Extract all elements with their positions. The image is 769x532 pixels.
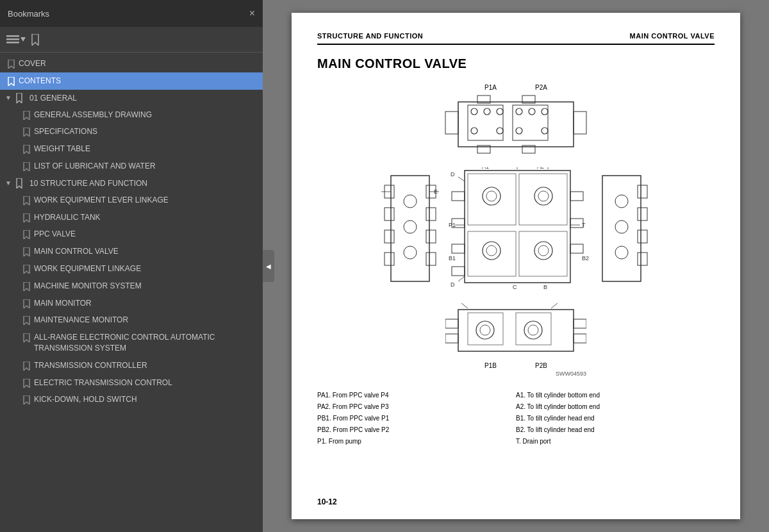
item-label-cover: COVER [19,58,258,69]
svg-rect-81 [638,253,647,265]
bookmark-item-cover[interactable]: COVER [0,55,263,72]
svg-point-12 [542,108,548,115]
svg-point-45 [486,191,497,201]
top-valve-diagram: P1A P2A [439,84,593,156]
svg-text:E: E [434,188,438,195]
page-number: 10-12 [317,497,337,506]
svg-text:A: A [457,303,461,304]
bookmark-icon [23,379,30,388]
bookmark-item-work-equip-lever[interactable]: WORK EQUIPMENT LEVER LINKAGE [0,192,263,209]
right-valve-svg [599,169,650,291]
valve-diagrams: P1A P2A [317,84,715,377]
svg-text:A2: A2 [537,167,544,170]
bookmark-icon [23,111,30,120]
svg-point-11 [529,108,535,115]
svg-rect-52 [452,192,465,201]
legend-left-item: PA1. From PPC valve P4 [317,390,516,401]
svg-text:C: C [513,284,517,290]
svg-rect-57 [570,244,583,253]
bookmark-icon [23,282,30,291]
svg-line-94 [551,303,558,308]
svg-rect-79 [638,208,647,220]
bookmark-item-general-assembly[interactable]: GENERAL ASSEMBLY DRAWING [0,106,263,124]
svg-text:T: T [582,222,586,228]
item-label-ppc-valve: PPC VALVE [34,229,258,240]
document-header: STRUCTURE AND FUNCTION MAIN CONTROL VALV… [317,32,715,45]
bookmark-item-all-range[interactable]: ALL-RANGE ELECTRONIC CONTROL AUTOMATIC T… [0,329,263,357]
item-label-contents: CONTENTS [19,76,258,87]
item-label-weight-table: WEIGHT TABLE [34,144,258,154]
bookmark-item-lubricant[interactable]: LIST OF LUBRICANT AND WATER [0,158,263,175]
svg-rect-56 [452,244,465,253]
svg-point-82 [615,195,628,208]
bookmark-icon [23,333,30,342]
svg-point-46 [534,187,552,205]
item-label-lubricant: LIST OF LUBRICANT AND WATER [34,161,258,172]
center-valve-svg: C B D A1 A2 P1 T B1 [449,167,590,292]
svg-text:A1: A1 [482,167,489,170]
bookmark-icon [23,128,30,137]
svg-rect-97 [574,319,586,328]
label-p1a: P1A [484,84,497,91]
svg-point-49 [486,245,497,256]
bookmark-item-work-equip-linkage[interactable]: WORK EQUIPMENT LINKAGE [0,260,263,278]
bookmark-item-transmission-ctrl[interactable]: TRANSMISSION CONTROLLER [0,357,263,374]
svg-point-8 [484,108,490,115]
list-view-button[interactable] [6,35,26,45]
section-header-10structure[interactable]: ▼10 STRUCTURE AND FUNCTION [0,175,263,192]
svg-rect-5 [468,105,503,140]
bookmark-item-kick-down[interactable]: KICK-DOWN, HOLD SWITCH [0,391,263,408]
item-label-work-equip-linkage: WORK EQUIPMENT LINKAGE [34,263,258,274]
svg-rect-1 [6,38,19,40]
svg-point-51 [538,245,549,256]
bookmark-item-main-control-valve[interactable]: MAIN CONTROL VALVE [0,243,263,260]
bookmark-icon [23,395,30,404]
bookmark-icon [23,362,30,370]
item-label-all-range: ALL-RANGE ELECTRONIC CONTROL AUTOMATIC T… [34,332,258,354]
bookmark-icon [23,145,30,154]
svg-text:A: A [559,303,563,304]
legend-right-item: A1. To tilt cylinder bottom end [516,390,715,401]
bookmark-item-machine-monitor[interactable]: MACHINE MONITOR SYSTEM [0,278,263,295]
close-button[interactable]: × [249,8,255,19]
doc-header-right: MAIN CONTROL VALVE [630,32,715,40]
svg-point-14 [497,128,503,134]
svg-rect-2 [6,42,19,44]
bookmark-item-electric-trans[interactable]: ELECTRIC TRANSMISSION CONTROL [0,374,263,392]
svg-rect-53 [570,192,583,201]
dropdown-arrow-icon [21,37,26,42]
bookmark-item-specifications[interactable]: SPECIFICATIONS [0,123,263,140]
section-label-10structure: 10 STRUCTURE AND FUNCTION [29,179,147,188]
bookmark-view-button[interactable] [31,34,40,46]
svg-text:B2: B2 [582,255,589,262]
top-valve-svg [439,92,593,156]
svg-rect-87 [516,313,551,345]
svg-text:D: D [451,281,455,288]
bookmark-icon [23,316,30,325]
bookmark-list: COVERCONTENTS▼01 GENERALGENERAL ASSEMBLY… [0,53,263,532]
legend-left-item: PB2. From PPC valve P2 [317,424,516,436]
svg-rect-39 [465,170,570,283]
svg-rect-22 [574,112,586,134]
bottom-valve-diagram: A A P1B P2B SWW04593 [445,303,586,377]
svg-point-32 [404,195,417,208]
svg-text:P1: P1 [449,222,456,228]
bookmark-item-maintenance-monitor[interactable]: MAINTENANCE MONITOR [0,312,263,329]
svg-rect-6 [513,105,548,140]
sidebar-header: Bookmarks × [0,0,263,27]
bookmark-item-ppc-valve[interactable]: PPC VALVE [0,226,263,243]
collapse-sidebar-button[interactable]: ◀ [263,250,274,282]
bookmark-icon [23,265,30,274]
bookmark-icon [23,247,30,256]
bookmark-item-hydraulic-tank[interactable]: HYDRAULIC TANK [0,209,263,226]
svg-rect-0 [6,35,19,37]
section-header-01general[interactable]: ▼01 GENERAL [0,90,263,106]
bookmark-item-contents[interactable]: CONTENTS [0,72,263,90]
bookmark-icon [23,299,30,308]
bookmark-item-weight-table[interactable]: WEIGHT TABLE [0,140,263,158]
item-label-main-monitor: MAIN MONITOR [34,298,258,309]
item-label-electric-trans: ELECTRIC TRANSMISSION CONTROL [34,378,258,388]
svg-marker-3 [21,37,26,42]
svg-point-34 [404,246,417,259]
bookmark-item-main-monitor[interactable]: MAIN MONITOR [0,295,263,312]
